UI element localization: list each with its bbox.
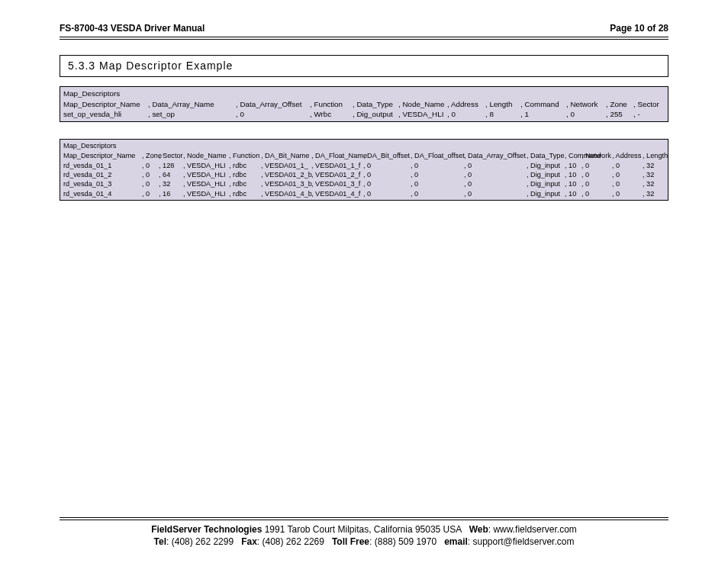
- cell: , 0: [363, 179, 411, 188]
- col-header: , Length: [485, 99, 520, 109]
- footer-line-1: FieldServer Technologies 1991 Tarob Cour…: [60, 523, 668, 536]
- col-header: , Node_Name: [183, 151, 229, 160]
- col-header: , Network: [566, 99, 606, 109]
- cell: , 0: [142, 179, 159, 188]
- table2-data-row: rd_vesda_01_2, 0, 64, VESDA_HLI, rdbc, V…: [63, 170, 666, 179]
- cell: , 32: [643, 170, 668, 179]
- table1-data-row: set_op_vesda_hli , set_op , 0 , Wrbc , D…: [63, 109, 665, 119]
- col-header: Map_Descriptor_Name: [63, 99, 148, 109]
- cell: , 8: [485, 109, 520, 119]
- cell: , 0: [411, 170, 464, 179]
- cell: , 1: [520, 109, 566, 119]
- col-header: , Address: [447, 99, 485, 109]
- cell: , 32: [159, 179, 183, 188]
- toll-number: (888) 509 1970: [375, 536, 436, 547]
- cell: , VESDA_HLI: [398, 109, 447, 119]
- col-header: , Zone: [142, 151, 159, 160]
- cell: , 0: [581, 161, 612, 170]
- doc-title: FS-8700-43 VESDA Driver Manual: [60, 23, 205, 34]
- cell: , set_op: [148, 109, 236, 119]
- cell: , 0: [411, 161, 464, 170]
- tel-number: (408) 262 2299: [172, 536, 234, 547]
- cell: , Wrbc: [310, 109, 353, 119]
- cell: , 0: [566, 109, 606, 119]
- fax-label: Fax: [241, 536, 257, 547]
- cell: , 0: [464, 170, 527, 179]
- cell: , VESDA01_2_f: [311, 170, 363, 179]
- cell: rd_vesda_01_3: [63, 179, 142, 188]
- col-header: , Data_Type: [527, 151, 565, 160]
- company-address: 1991 Tarob Court Milpitas, California 95…: [265, 524, 462, 535]
- cell: , 128: [159, 161, 183, 170]
- cell: , 0: [447, 109, 485, 119]
- cell: , VESDA_HLI: [183, 161, 229, 170]
- col-header: Map_Descriptor_Name: [63, 151, 142, 160]
- col-header: , Node_Name: [398, 99, 447, 109]
- cell: , VESDA01_4_f: [311, 189, 363, 198]
- fax-number: (408) 262 2269: [263, 536, 324, 547]
- page-number: Page 10 of 28: [610, 23, 668, 34]
- cell: , 0: [363, 170, 411, 179]
- cell: , 0: [612, 189, 643, 198]
- cell: , 0: [363, 161, 411, 170]
- col-header: , Data_Array_Offset: [464, 151, 527, 160]
- cell: , 64: [159, 170, 183, 179]
- cell: , Dig_input: [527, 170, 565, 179]
- col-header: , Data_Array_Name: [148, 99, 236, 109]
- cell: , Dig_input: [527, 179, 565, 188]
- cell: rd_vesda_01_4: [63, 189, 142, 198]
- cell: , 0: [411, 179, 464, 188]
- col-header: , Sector: [633, 99, 664, 109]
- cell: , 0: [464, 161, 527, 170]
- cell: , 0: [411, 189, 464, 198]
- col-header: , DA_Float_offset: [411, 151, 464, 160]
- cell: , VESDA01_2_b: [261, 170, 311, 179]
- cell: , 32: [643, 161, 668, 170]
- cell: , VESDA01_1_: [261, 161, 311, 170]
- cell: , rdbc: [229, 189, 261, 198]
- col-header: , Address: [612, 151, 643, 160]
- col-header: , Function: [229, 151, 261, 160]
- cell: , 16: [159, 189, 183, 198]
- cell: , 0: [581, 179, 612, 188]
- col-header: , DA_Bit_Name: [261, 151, 311, 160]
- cell: , VESDA01_3_f: [311, 179, 363, 188]
- cell: , VESDA_HLI: [183, 170, 229, 179]
- cell: , VESDA01_3_b: [261, 179, 311, 188]
- email-label: email: [444, 536, 468, 547]
- web-label: Web: [469, 524, 488, 535]
- cell: , Dig_input: [527, 161, 565, 170]
- toll-label: Toll Free: [332, 536, 369, 547]
- table2-header-row: Map_Descriptor_Name , Zone , Sector , No…: [63, 151, 666, 160]
- cell: rd_vesda_01_1: [63, 161, 142, 170]
- table2-title: Map_Descriptors: [63, 141, 666, 150]
- map-descriptors-table-2: Map_Descriptors Map_Descriptor_Name , Zo…: [60, 139, 668, 201]
- cell: , 0: [236, 109, 310, 119]
- col-header: , DA_Bit_offset: [363, 151, 411, 160]
- col-header: , Network: [581, 151, 612, 160]
- table2-data-row: rd_vesda_01_3, 0, 32, VESDA_HLI, rdbc, V…: [63, 179, 666, 188]
- header-rule: [60, 37, 668, 40]
- col-header: , Command: [520, 99, 566, 109]
- cell: , 10: [565, 170, 581, 179]
- cell: , 0: [142, 161, 159, 170]
- col-header: , Zone: [606, 99, 633, 109]
- col-header: , DA_Float_Name: [311, 151, 363, 160]
- footer-line-2: Tel: (408) 262 2299 Fax: (408) 262 2269 …: [60, 536, 668, 548]
- email-address: support@fieldserver.com: [473, 536, 575, 547]
- page-footer: FieldServer Technologies 1991 Tarob Cour…: [60, 514, 668, 548]
- cell: , -: [633, 109, 664, 119]
- cell: , rdbc: [229, 179, 261, 188]
- cell: , 0: [581, 189, 612, 198]
- cell: rd_vesda_01_2: [63, 170, 142, 179]
- cell: , 0: [363, 189, 411, 198]
- cell: , rdbc: [229, 170, 261, 179]
- cell: , 0: [581, 170, 612, 179]
- web-url: www.fieldserver.com: [493, 524, 576, 535]
- table1-title: Map_Descriptors: [63, 88, 665, 98]
- cell: , VESDA_HLI: [183, 189, 229, 198]
- col-header: , Data_Array_Offset: [236, 99, 310, 109]
- company-name: FieldServer Technologies: [151, 524, 262, 535]
- col-header: , Function: [310, 99, 353, 109]
- cell: , VESDA01_1_f: [311, 161, 363, 170]
